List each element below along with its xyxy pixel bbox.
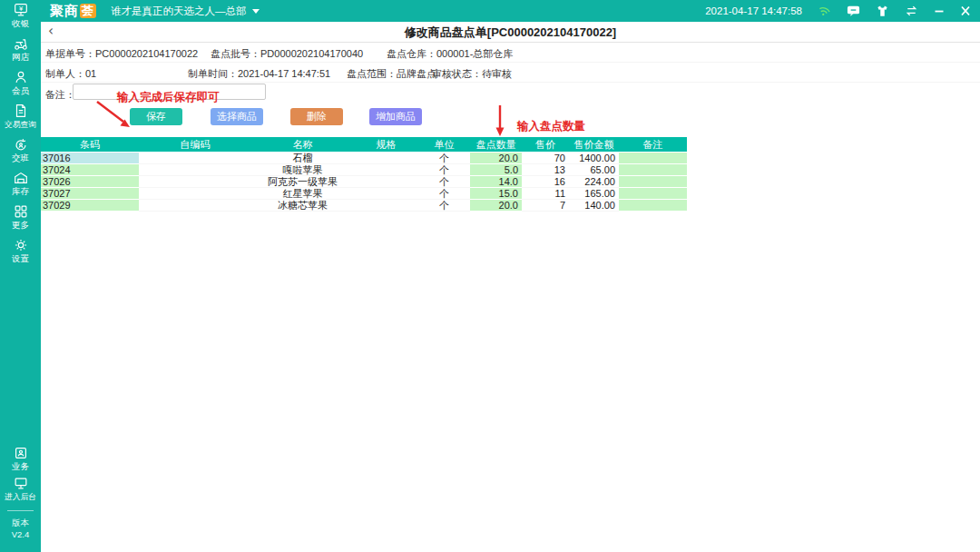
shift-icon <box>0 136 41 153</box>
back-button[interactable]: ‹ <box>48 23 54 39</box>
cell-unit: 个 <box>418 188 470 200</box>
shirt-icon[interactable] <box>876 5 889 17</box>
cell-custom-code <box>139 176 251 188</box>
cell-barcode[interactable]: 37016 <box>41 153 139 164</box>
transaction-query-icon <box>0 103 41 119</box>
cell-stock-qty[interactable]: 14.0 <box>470 176 522 188</box>
cell-amount: 165.00 <box>569 188 619 200</box>
cell-amount: 1400.00 <box>569 153 619 164</box>
cell-amount: 140.00 <box>569 200 619 212</box>
cell-stock-qty[interactable]: 20.0 <box>470 153 522 164</box>
cell-unit: 个 <box>418 164 470 176</box>
cell-name: 阿克苏一级苹果 <box>251 176 354 188</box>
cell-custom-code <box>139 153 251 164</box>
sidebar-item-label: 更多 <box>0 220 41 231</box>
online-store-icon <box>0 35 41 52</box>
logo-badge: 荟 <box>80 4 96 18</box>
col-unit: 单位 <box>418 137 470 153</box>
cell-remark[interactable] <box>619 176 687 188</box>
form-row-1: 单据单号：PC0000202104170022 盘点批号：PD000020210… <box>41 43 980 63</box>
cell-spec <box>354 153 418 164</box>
sidebar-item-inventory[interactable]: 库存 <box>0 170 41 197</box>
sidebar-item-label: 交班 <box>0 153 41 163</box>
col-amount: 售价金额 <box>569 137 619 153</box>
col-price: 售价 <box>522 137 569 153</box>
remark-label: 备注： <box>45 88 75 102</box>
cell-barcode[interactable]: 37024 <box>41 164 139 176</box>
sidebar-item-business[interactable]: 业务 <box>0 445 41 472</box>
sidebar-item-more[interactable]: 更多 <box>0 203 41 231</box>
sidebar-item-member[interactable]: 会员 <box>0 69 41 96</box>
cell-remark[interactable] <box>619 164 687 176</box>
sidebar-item-cashier[interactable]: ¥ 收银 <box>0 2 41 29</box>
cell-price: 7 <box>522 200 569 212</box>
sync-icon[interactable] <box>905 5 918 17</box>
business-icon <box>0 445 41 461</box>
close-button[interactable] <box>960 5 971 17</box>
field-stocktake-batch-no: 盘点批号：PD0000202104170040 <box>211 47 363 61</box>
cell-unit: 个 <box>418 153 470 164</box>
version-label: 版本 <box>0 518 41 528</box>
cell-price: 13 <box>522 164 569 176</box>
document-title-bar: ‹ 修改商品盘点单[PC0000202104170022] <box>41 22 980 43</box>
select-goods-button[interactable]: 选择商品 <box>211 108 263 125</box>
sidebar-item-transaction-query[interactable]: 交易查询 <box>0 103 41 130</box>
sidebar-item-label: 库存 <box>0 186 41 197</box>
store-selector-label: 谁才是真正的天选之人—总部 <box>111 5 247 18</box>
sidebar-item-online-store[interactable]: 网店 <box>0 35 41 63</box>
field-creator: 制单人：01 <box>45 67 96 81</box>
field-create-time: 制单时间：2021-04-17 14:47:51 <box>188 67 330 81</box>
sidebar-item-shift[interactable]: 交班 <box>0 136 41 163</box>
cell-name: 冰糖芯苹果 <box>251 200 354 212</box>
table-row[interactable]: 37024 嘎啦苹果 个 5.0 13 65.00 <box>41 164 687 176</box>
table-row[interactable]: 37027 红星苹果 个 15.0 11 165.00 <box>41 188 687 200</box>
sidebar-item-enter-backend[interactable]: 进入后台 <box>0 475 41 502</box>
cell-amount: 224.00 <box>569 176 619 188</box>
sidebar: ¥ 收银 网店 会员 <box>0 0 41 552</box>
cell-stock-qty[interactable]: 20.0 <box>470 200 522 212</box>
cell-barcode[interactable]: 37027 <box>41 188 139 200</box>
sidebar-item-settings[interactable]: 设置 <box>0 237 41 264</box>
table-row[interactable]: 37026 阿克苏一级苹果 个 14.0 16 224.00 <box>41 176 687 188</box>
cell-barcode[interactable]: 37029 <box>41 200 139 212</box>
cell-unit: 个 <box>418 176 470 188</box>
chevron-down-icon <box>252 9 260 14</box>
cell-spec <box>354 164 418 176</box>
cell-remark[interactable] <box>619 153 687 164</box>
cell-custom-code <box>139 200 251 212</box>
cell-spec <box>354 200 418 212</box>
store-selector[interactable]: 谁才是真正的天选之人—总部 <box>111 5 260 18</box>
table-row[interactable]: 37029 冰糖芯苹果 个 20.0 7 140.00 <box>41 200 687 212</box>
version-number: V2.4 <box>0 529 41 540</box>
col-name: 名称 <box>251 137 354 153</box>
cell-barcode[interactable]: 37026 <box>41 176 139 188</box>
cell-custom-code <box>139 188 251 200</box>
sidebar-item-label: 业务 <box>0 461 41 472</box>
delete-button[interactable]: 删除 <box>290 108 343 125</box>
col-remark: 备注 <box>619 137 687 153</box>
cell-custom-code <box>139 164 251 176</box>
more-icon <box>0 203 41 220</box>
sidebar-item-label: 进入后台 <box>2 491 39 501</box>
minimize-button[interactable] <box>934 5 945 17</box>
cell-remark[interactable] <box>619 188 687 200</box>
cell-stock-qty[interactable]: 15.0 <box>470 188 522 200</box>
add-goods-button[interactable]: 增加商品 <box>369 108 422 125</box>
cell-name: 红星苹果 <box>251 188 354 200</box>
cell-spec <box>354 188 418 200</box>
cell-spec <box>354 176 418 188</box>
datetime-display: 2021-04-17 14:47:58 <box>705 5 802 16</box>
settings-icon <box>0 237 41 253</box>
message-icon[interactable] <box>847 5 860 17</box>
table-row[interactable]: 37016 石榴 个 20.0 70 1400.00 <box>41 153 687 164</box>
sidebar-divider <box>7 510 34 511</box>
col-barcode: 条码 <box>41 137 139 153</box>
save-button[interactable]: 保存 <box>130 108 182 125</box>
field-stocktake-warehouse: 盘点仓库：000001-总部仓库 <box>387 47 513 61</box>
cell-name: 石榴 <box>251 153 354 164</box>
cell-remark[interactable] <box>619 200 687 212</box>
annotation-qty-hint: 输入盘点数量 <box>517 119 585 134</box>
page-title: 修改商品盘点单[PC0000202104170022] <box>41 22 980 43</box>
cell-stock-qty[interactable]: 5.0 <box>470 164 522 176</box>
cell-name: 嘎啦苹果 <box>251 164 354 176</box>
